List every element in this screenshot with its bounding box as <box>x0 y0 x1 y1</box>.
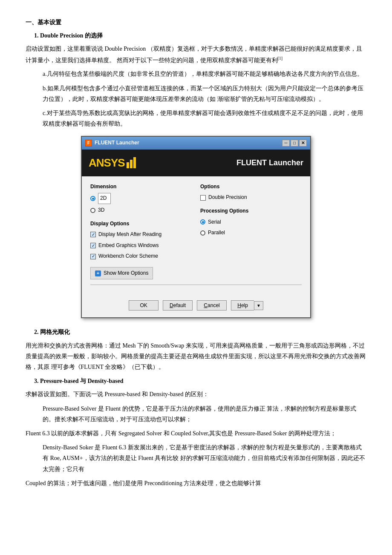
options-label: Options <box>200 182 302 192</box>
processing-radio-group: Serial Parallel <box>200 218 302 238</box>
plus-icon: + <box>95 270 101 276</box>
parallel-item[interactable]: Parallel <box>200 228 302 238</box>
processing-options-label: Processing Options <box>200 207 302 216</box>
titlebar-left: F FLUENT Launcher <box>85 138 139 148</box>
display-mesh-item[interactable]: Display Mesh After Reading <box>90 230 192 239</box>
help-button[interactable]: Help <box>231 300 254 311</box>
close-button[interactable]: ✕ <box>299 140 307 147</box>
ansys-bar-2 <box>130 160 133 168</box>
cancel-button[interactable]: Cancel <box>197 300 227 311</box>
item2-heading: 2. 网格光顺化 <box>34 327 366 337</box>
item1-heading: 1. Double Precision 的选择 <box>34 30 366 41</box>
para-c: c.对于某些高导热系数比或高宽纵比的网格，使用单精度求解器可能会遇到收敛性不佳或… <box>43 108 366 129</box>
display-mesh-checkbox[interactable] <box>90 232 96 237</box>
ansys-logo: ANSYS <box>89 153 136 173</box>
dimension-3d-label: 3D <box>98 206 104 215</box>
double-precision-item[interactable]: Double Precision <box>200 193 302 202</box>
workbench-color-item[interactable]: Workbench Color Scheme <box>90 252 192 261</box>
workbench-color-label: Workbench Color Scheme <box>98 252 158 261</box>
dimension-2d-radio[interactable] <box>90 196 95 201</box>
maximize-button[interactable]: □ <box>291 140 298 147</box>
para-db2: Coupled 的算法；对于低速问题，他们是使用 Preconditioning… <box>26 478 366 489</box>
item1-intro-text: 启动设置如图，这里着重说说 Double Precision （双精度）复选框，… <box>26 46 362 63</box>
fluent-launcher-dialog: F FLUENT Launcher ─ □ ✕ ANSYS FLUENT Lau… <box>81 136 311 318</box>
ansys-bars <box>127 157 136 168</box>
dialog-columns: Dimension 2D 3D Display Options <box>90 182 302 280</box>
parallel-radio[interactable] <box>200 230 205 236</box>
dimension-label: Dimension <box>90 182 192 192</box>
workbench-color-checkbox[interactable] <box>90 254 96 259</box>
titlebar-controls: ─ □ ✕ <box>282 140 307 147</box>
item1-intro-para: 启动设置如图，这里着重说说 Double Precision （双精度）复选框，… <box>26 43 366 65</box>
para-db1: Density-Based Soker 是 Fluent 6.3 新发展出来的，… <box>43 442 366 474</box>
ansys-bar-1 <box>127 162 129 168</box>
fluent-launcher-title: FLUENT Launcher <box>236 156 303 170</box>
dialog-footer: OK Default Cancel Help ▼ <box>82 296 310 317</box>
default-button[interactable]: Default <box>163 300 193 311</box>
serial-item[interactable]: Serial <box>200 218 302 227</box>
dimension-3d-item[interactable]: 3D <box>90 206 192 215</box>
show-more-label: Show More Options <box>104 269 148 278</box>
help-dropdown-arrow[interactable]: ▼ <box>254 301 263 310</box>
item3-intro: 求解器设置如图。下面说一说 Pressure-based 和 Density-b… <box>26 389 366 400</box>
para-fluent63: Fluent 6.3 以前的版本求解器，只有 Segregated Solver… <box>26 428 366 439</box>
dimension-radio-group: 2D 3D <box>90 193 192 215</box>
dialog-title: FLUENT Launcher <box>95 138 139 148</box>
dialog-divider <box>90 285 302 285</box>
dimension-2d-textbox: 2D <box>98 193 111 204</box>
embed-graphics-label: Embed Graphics Windows <box>98 241 159 250</box>
dialog-wrapper: F FLUENT Launcher ─ □ ✕ ANSYS FLUENT Lau… <box>26 136 366 318</box>
dialog-titlebar: F FLUENT Launcher ─ □ ✕ <box>82 137 310 150</box>
serial-label: Serial <box>208 218 221 227</box>
ansys-bar-3 <box>133 157 136 168</box>
embed-graphics-checkbox[interactable] <box>90 243 96 248</box>
para-b: b.如果几何模型包含多个通过小直径管道相互连接的体，而某一个区域的压力特别大（因… <box>43 83 366 104</box>
item1-ref: [1] <box>278 56 283 60</box>
dialog-header-bar: ANSYS FLUENT Launcher <box>82 150 310 176</box>
ok-button[interactable]: OK <box>129 300 159 311</box>
dialog-col-right: Options Double Precision Processing Opti… <box>200 182 302 280</box>
show-more-button[interactable]: + Show More Options <box>90 267 153 280</box>
display-mesh-label: Display Mesh After Reading <box>98 230 161 239</box>
item2-para: 用光滑和交换的方式改善网格：通过 Mesh 下的 Smooth/Swap 来实现… <box>26 340 366 373</box>
embed-graphics-item[interactable]: Embed Graphics Windows <box>90 241 192 250</box>
dimension-2d-item[interactable]: 2D <box>90 193 192 204</box>
section-title: 一、基本设置 <box>26 17 366 28</box>
item3-heading: 3. Pressure-based 与 Density-based <box>34 376 366 386</box>
double-precision-label: Double Precision <box>208 193 247 202</box>
para-a: a.几何特征包含某些极端的尺度（如非常长且空的管道），单精度求解器可能不能足够精… <box>43 69 366 79</box>
dialog-col-left: Dimension 2D 3D Display Options <box>90 182 192 280</box>
ansys-text: ANSYS <box>89 153 125 173</box>
para-pb: Pressure-Based Solver 是 Fluent 的优势，它是基于压… <box>43 403 366 425</box>
double-precision-checkbox[interactable] <box>200 195 206 201</box>
dimension-3d-radio[interactable] <box>90 208 95 213</box>
dialog-content: Dimension 2D 3D Display Options <box>82 176 310 296</box>
display-options-label: Display Options <box>90 219 192 229</box>
dialog-icon: F <box>85 140 92 147</box>
help-button-group[interactable]: Help ▼ <box>231 300 263 311</box>
minimize-button[interactable]: ─ <box>282 140 290 147</box>
serial-radio[interactable] <box>200 219 205 224</box>
parallel-label: Parallel <box>208 228 225 238</box>
